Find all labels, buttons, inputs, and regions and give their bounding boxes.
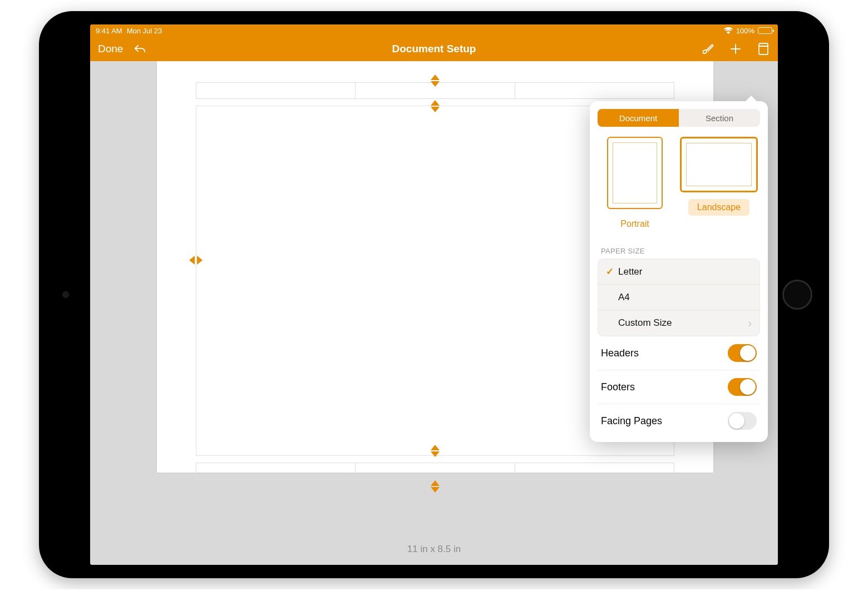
portrait-thumb-icon — [607, 137, 663, 209]
tab-segmented-control: Document Section — [598, 109, 760, 127]
paper-option-custom[interactable]: Custom Size › — [598, 310, 760, 336]
toolbar: Done Document Setup — [90, 37, 778, 61]
footers-row: Footers — [598, 370, 760, 404]
plus-icon[interactable] — [729, 42, 742, 56]
body-handle-top-up[interactable] — [431, 100, 440, 106]
orientation-portrait[interactable]: Portrait — [600, 137, 670, 232]
document-options-icon[interactable] — [757, 42, 770, 56]
status-date: Mon Jul 23 — [127, 27, 162, 35]
brush-icon[interactable] — [701, 42, 714, 56]
margin-handle-bottom-down[interactable] — [431, 487, 440, 493]
status-bar: 9:41 AM Mon Jul 23 100% — [90, 24, 778, 37]
battery-percent: 100% — [736, 27, 754, 35]
screen: 9:41 AM Mon Jul 23 100% Done Document Se… — [90, 24, 778, 565]
paper-size-heading: PAPER SIZE — [601, 247, 757, 255]
footers-label: Footers — [601, 381, 635, 393]
body-handle-top-down[interactable] — [431, 107, 440, 112]
headers-label: Headers — [601, 347, 639, 359]
orientation-landscape[interactable]: Landscape — [680, 137, 758, 232]
headers-row: Headers — [598, 336, 760, 370]
body-handle-bottom-down[interactable] — [431, 451, 440, 457]
page-title: Document Setup — [90, 43, 778, 55]
facing-pages-row: Facing Pages — [598, 404, 760, 438]
done-button[interactable]: Done — [98, 43, 123, 55]
body-handle-bottom-up[interactable] — [431, 445, 440, 450]
landscape-label: Landscape — [688, 199, 749, 216]
document-setup-popover: Document Section Portrait Landscape PAPE… — [590, 101, 768, 442]
margin-handle-top-up[interactable] — [431, 74, 440, 80]
paper-option-letter[interactable]: ✓ Letter — [598, 259, 760, 285]
facing-pages-toggle[interactable] — [728, 412, 757, 430]
paper-option-a4[interactable]: A4 — [598, 285, 760, 310]
checkmark-icon: ✓ — [606, 266, 618, 277]
portrait-label: Portrait — [611, 216, 658, 232]
undo-icon[interactable] — [133, 42, 146, 56]
camera-dot — [62, 291, 69, 298]
home-button[interactable] — [782, 280, 812, 310]
tab-document[interactable]: Document — [598, 109, 679, 127]
footer-region[interactable] — [196, 463, 674, 479]
landscape-thumb-icon — [680, 137, 758, 192]
margin-handle-left[interactable] — [189, 256, 195, 265]
headers-toggle[interactable] — [728, 344, 757, 362]
status-time: 9:41 AM — [96, 27, 122, 35]
battery-icon — [758, 27, 772, 34]
facing-pages-label: Facing Pages — [601, 415, 662, 427]
page-size-label: 11 in x 8.5 in — [90, 544, 778, 555]
tab-section[interactable]: Section — [679, 109, 760, 127]
margin-handle-left-in[interactable] — [197, 256, 203, 265]
paper-size-list: ✓ Letter A4 Custom Size › — [598, 259, 760, 336]
canvas-area[interactable]: 11 in x 8.5 in Document Section Portrait… — [90, 61, 778, 565]
chevron-right-icon: › — [748, 317, 752, 330]
footers-toggle[interactable] — [728, 378, 757, 396]
wifi-icon — [724, 27, 733, 34]
margin-handle-bottom-up[interactable] — [431, 480, 440, 486]
margin-handle-top-down[interactable] — [431, 81, 440, 87]
svg-rect-0 — [759, 43, 768, 54]
ipad-frame: 9:41 AM Mon Jul 23 100% Done Document Se… — [39, 11, 829, 578]
